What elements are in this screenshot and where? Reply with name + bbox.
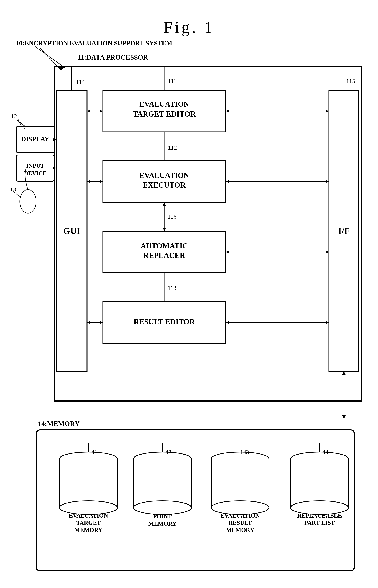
svg-point-86 — [134, 452, 191, 466]
svg-text:113: 113 — [167, 284, 176, 291]
svg-marker-40 — [326, 110, 329, 112]
svg-text:EVALUATION: EVALUATION — [139, 100, 189, 108]
svg-rect-5 — [329, 90, 359, 371]
svg-text:PART LIST: PART LIST — [304, 519, 335, 526]
svg-text:DISPLAY: DISPLAY — [21, 136, 49, 143]
svg-rect-3 — [56, 90, 87, 371]
svg-point-109 — [291, 501, 348, 515]
svg-marker-34 — [87, 180, 90, 183]
data-processor-label: 11:DATA PROCESSOR — [78, 53, 148, 61]
svg-point-105 — [291, 452, 348, 466]
svg-marker-44 — [226, 180, 229, 183]
svg-point-66 — [20, 190, 36, 213]
system-label: 10:ENCRYPTION EVALUATION SUPPORT SYSTEM — [16, 39, 172, 47]
svg-text:114: 114 — [76, 79, 85, 85]
svg-text:DEVICE: DEVICE — [24, 170, 46, 177]
svg-text:112: 112 — [168, 144, 177, 151]
svg-point-90 — [134, 501, 191, 515]
svg-text:12: 12 — [11, 113, 17, 120]
svg-text:MEMORY: MEMORY — [226, 527, 254, 533]
svg-rect-10 — [103, 161, 226, 202]
svg-rect-106 — [291, 459, 348, 508]
svg-text:INPUT: INPUT — [26, 162, 44, 169]
svg-text:EXECUTOR: EXECUTOR — [143, 181, 186, 189]
svg-line-0 — [40, 48, 61, 70]
svg-text:14:MEMORY: 14:MEMORY — [38, 420, 80, 427]
svg-text:111: 111 — [168, 78, 176, 84]
svg-text:MEMORY: MEMORY — [148, 520, 177, 527]
svg-point-76 — [60, 452, 117, 466]
svg-marker-41 — [226, 110, 229, 112]
svg-marker-50 — [226, 321, 229, 324]
svg-text:142: 142 — [162, 449, 172, 455]
svg-line-70 — [13, 191, 21, 198]
svg-text:GUI: GUI — [63, 226, 80, 236]
svg-text:POINT: POINT — [153, 513, 172, 520]
svg-marker-53 — [163, 228, 166, 231]
svg-rect-13 — [103, 231, 226, 273]
svg-point-80 — [60, 501, 117, 515]
svg-rect-77 — [60, 459, 117, 508]
page: Fig. 1 10:ENCRYPTION EVALUATION SUPPORT … — [0, 0, 378, 588]
svg-marker-37 — [87, 321, 90, 324]
svg-rect-74 — [37, 430, 354, 571]
svg-text:13: 13 — [10, 186, 16, 193]
svg-marker-32 — [100, 110, 103, 112]
svg-marker-31 — [87, 110, 90, 112]
svg-text:116: 116 — [167, 213, 176, 220]
svg-text:141: 141 — [88, 449, 97, 455]
svg-point-95 — [211, 452, 269, 466]
svg-rect-87 — [134, 459, 191, 508]
svg-text:REPLACER: REPLACER — [143, 251, 185, 260]
svg-rect-16 — [103, 302, 226, 343]
svg-rect-54 — [16, 126, 54, 153]
svg-text:115: 115 — [346, 78, 355, 84]
svg-text:EVALUATION: EVALUATION — [139, 171, 189, 180]
diagram-svg: GUI I/F EVALUATION TARGET EDITOR EVALUAT… — [0, 0, 378, 588]
svg-marker-1 — [59, 67, 64, 70]
svg-marker-63 — [53, 138, 56, 141]
svg-text:MEMORY: MEMORY — [74, 527, 103, 533]
svg-text:REPLACEABLE: REPLACEABLE — [297, 512, 342, 519]
svg-point-99 — [211, 501, 269, 515]
svg-line-59 — [18, 119, 22, 126]
svg-marker-46 — [326, 251, 329, 253]
svg-rect-2 — [54, 67, 361, 401]
svg-text:I/F: I/F — [338, 226, 350, 236]
svg-text:143: 143 — [240, 449, 249, 455]
svg-text:144: 144 — [320, 449, 328, 455]
svg-text:AUTOMATIC: AUTOMATIC — [141, 242, 188, 250]
svg-text:RESULT: RESULT — [228, 519, 252, 526]
svg-marker-47 — [226, 251, 229, 253]
svg-marker-35 — [100, 180, 103, 183]
svg-rect-56 — [16, 155, 54, 181]
svg-text:EVALUATION: EVALUATION — [69, 512, 108, 519]
svg-line-68 — [24, 126, 25, 129]
svg-text:TARGET: TARGET — [76, 519, 101, 526]
svg-line-114 — [35, 47, 65, 68]
svg-rect-96 — [211, 459, 269, 508]
svg-marker-38 — [100, 321, 103, 324]
svg-marker-43 — [326, 180, 329, 183]
svg-marker-49 — [326, 321, 329, 324]
svg-text:EVALUATION: EVALUATION — [221, 512, 260, 519]
svg-marker-73 — [342, 371, 346, 375]
svg-text:RESULT EDITOR: RESULT EDITOR — [134, 318, 195, 326]
svg-marker-72 — [342, 415, 346, 419]
svg-line-69 — [17, 120, 25, 126]
svg-text:TARGET EDITOR: TARGET EDITOR — [133, 110, 196, 118]
svg-marker-65 — [53, 167, 56, 169]
svg-marker-52 — [163, 202, 166, 206]
figure-title: Fig. 1 — [14, 18, 364, 37]
svg-rect-7 — [103, 90, 226, 132]
